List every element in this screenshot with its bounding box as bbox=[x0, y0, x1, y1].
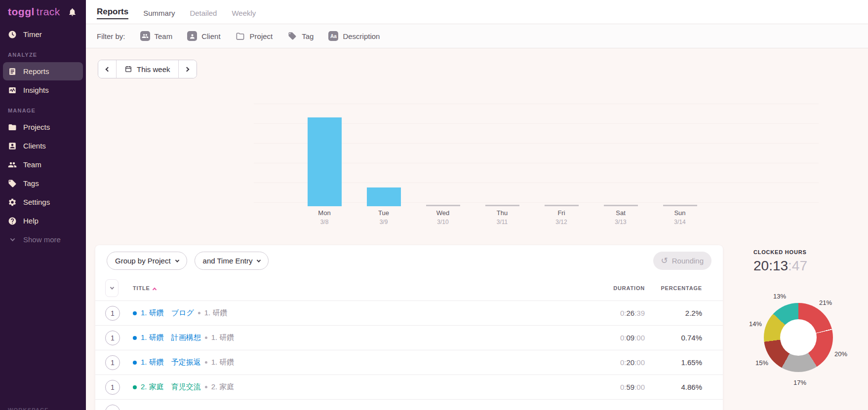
folder-icon bbox=[8, 123, 17, 132]
row-count-badge[interactable] bbox=[105, 405, 120, 410]
sidebar-item-reports[interactable]: Reports bbox=[3, 62, 83, 80]
row-percentage: 1.65% bbox=[645, 358, 709, 367]
tab-summary[interactable]: Summary bbox=[143, 7, 175, 17]
entry-title: 2. 家庭 育児交流 bbox=[141, 382, 201, 392]
donut-percent-label: 21% bbox=[819, 299, 832, 306]
filter-team-button[interactable]: Team bbox=[140, 31, 173, 41]
row-percentage: 4.86% bbox=[645, 383, 709, 391]
sidebar-item-team[interactable]: Team bbox=[3, 155, 83, 174]
question-icon bbox=[8, 217, 17, 225]
day-label: Thu bbox=[482, 209, 522, 217]
next-week-button[interactable] bbox=[178, 60, 197, 78]
row-title: 1. 研鑽 計画構想1. 研鑽 bbox=[133, 333, 586, 342]
date-range-picker: This week bbox=[98, 60, 197, 78]
app: toggltrack TimerANALYZEReportsInsightsMA… bbox=[0, 0, 868, 410]
duration-column-header[interactable]: DURATION bbox=[586, 285, 645, 291]
sidebar-item-settings[interactable]: Settings bbox=[3, 193, 83, 211]
people-icon bbox=[8, 160, 17, 169]
filter-tag-button[interactable]: Tag bbox=[287, 31, 314, 41]
prev-week-button[interactable] bbox=[98, 60, 117, 78]
row-duration: 0:59:00 bbox=[586, 383, 645, 391]
rounding-button[interactable]: ↺ Rounding bbox=[653, 252, 711, 270]
chart-gridline bbox=[254, 104, 819, 104]
sidebar-item-tags[interactable]: Tags bbox=[3, 174, 83, 192]
table-row[interactable] bbox=[95, 399, 723, 410]
bar-mon bbox=[308, 117, 342, 206]
bar-wed bbox=[426, 205, 460, 206]
axis-label-fri: Fri3/12 bbox=[542, 209, 581, 225]
sidebar-item-label: Settings bbox=[23, 198, 50, 206]
bullet-dot bbox=[205, 336, 207, 339]
subgroup-label: and Time Entry bbox=[203, 257, 253, 265]
tag-icon bbox=[287, 31, 297, 41]
table-row[interactable]: 11. 研鑽 予定振返1. 研鑽0:20:001.65% bbox=[95, 350, 723, 374]
date-label: 3/11 bbox=[482, 219, 522, 225]
sidebar-item-clients[interactable]: Clients bbox=[3, 137, 83, 155]
tab-reports[interactable]: Reports bbox=[97, 5, 128, 19]
row-count-badge[interactable]: 1 bbox=[105, 306, 120, 321]
bell-icon[interactable] bbox=[68, 7, 77, 17]
filter-label: Client bbox=[201, 32, 220, 40]
project-dot bbox=[133, 361, 137, 365]
bullet-dot bbox=[205, 386, 207, 388]
table-row[interactable]: 11. 研鑽 計画構想1. 研鑽0:09:000.74% bbox=[95, 325, 723, 350]
bar-thu bbox=[485, 205, 519, 206]
sidebar-item-label: Insights bbox=[23, 86, 49, 94]
clocked-hours: CLOCKED HOURS 20:13:47 bbox=[753, 249, 807, 274]
filter-by-label: Filter by: bbox=[97, 32, 125, 40]
donut-percent-label: 20% bbox=[834, 350, 847, 358]
weekly-bar-chart: Mon3/8Tue3/9Wed3/10Thu3/11Fri3/12Sat3/13… bbox=[86, 48, 868, 226]
chevron-down-icon bbox=[257, 258, 261, 262]
sidebar-item-insights[interactable]: Insights bbox=[3, 81, 83, 99]
sort-ascending-icon bbox=[153, 286, 156, 292]
clock-icon bbox=[8, 30, 17, 39]
row-count-badge[interactable]: 1 bbox=[105, 380, 120, 395]
table-row[interactable]: 12. 家庭 育児交流2. 家庭0:59:004.86% bbox=[95, 374, 723, 399]
table-row[interactable]: 11. 研鑽 ブログ1. 研鑽0:26:392.2% bbox=[95, 300, 723, 325]
axis-label-sun: Sun3/14 bbox=[660, 209, 700, 225]
tab-detailed[interactable]: Detailed bbox=[190, 7, 217, 17]
donut-percent-label: 13% bbox=[773, 293, 786, 300]
filter-description-button[interactable]: AaDescription bbox=[328, 31, 380, 41]
chevron-down-icon bbox=[8, 238, 17, 241]
sidebar-item-label: Projects bbox=[23, 123, 50, 131]
subgroup-dropdown[interactable]: and Time Entry bbox=[195, 252, 269, 270]
bar-tue bbox=[367, 187, 401, 206]
sidebar-nav: TimerANALYZEReportsInsightsMANAGEProject… bbox=[0, 25, 86, 230]
entry-title: 1. 研鑽 予定振返 bbox=[141, 358, 201, 367]
expand-all-button[interactable] bbox=[105, 279, 118, 297]
sidebar-item-timer[interactable]: Timer bbox=[3, 25, 83, 43]
title-column-header[interactable]: TITLE bbox=[133, 285, 586, 291]
sidebar-item-help[interactable]: Help bbox=[3, 212, 83, 230]
row-count-badge[interactable]: 1 bbox=[105, 355, 120, 370]
sidebar-item-label: Clients bbox=[23, 142, 46, 150]
day-label: Mon bbox=[305, 209, 344, 217]
sidebar-item-projects[interactable]: Projects bbox=[3, 118, 83, 136]
date-label: 3/12 bbox=[542, 219, 581, 225]
rounding-icon: ↺ bbox=[661, 257, 668, 265]
tab-weekly[interactable]: Weekly bbox=[232, 7, 256, 17]
sidebar-show-more[interactable]: Show more bbox=[3, 230, 83, 249]
filter-project-button[interactable]: Project bbox=[236, 31, 273, 41]
main-area: ReportsSummaryDetailedWeekly Filter by: … bbox=[86, 0, 868, 410]
workspace-label: WORKSPACE bbox=[8, 407, 49, 410]
client-icon bbox=[187, 31, 197, 41]
bullet-dot bbox=[198, 312, 200, 314]
entry-title: 1. 研鑽 ブログ bbox=[141, 308, 194, 318]
sidebar-header: toggltrack bbox=[0, 0, 86, 25]
date-label: 3/8 bbox=[305, 219, 344, 225]
row-duration: 0:09:00 bbox=[586, 334, 645, 342]
filter-client-button[interactable]: Client bbox=[187, 31, 220, 41]
toggl-logo[interactable]: toggltrack bbox=[8, 6, 60, 18]
document-icon bbox=[8, 67, 17, 76]
filter-label: Project bbox=[250, 32, 273, 40]
row-percentage: 0.74% bbox=[645, 334, 709, 342]
row-count-badge[interactable]: 1 bbox=[105, 331, 120, 345]
group-by-dropdown[interactable]: Group by Project bbox=[107, 252, 187, 270]
sidebar-section-label: MANAGE bbox=[0, 100, 86, 117]
bullet-dot bbox=[205, 361, 207, 364]
chart-gridline bbox=[254, 143, 819, 144]
date-range-button[interactable]: This week bbox=[117, 60, 178, 78]
row-title: 1. 研鑽 予定振返1. 研鑽 bbox=[133, 358, 586, 367]
team-icon bbox=[140, 31, 150, 41]
